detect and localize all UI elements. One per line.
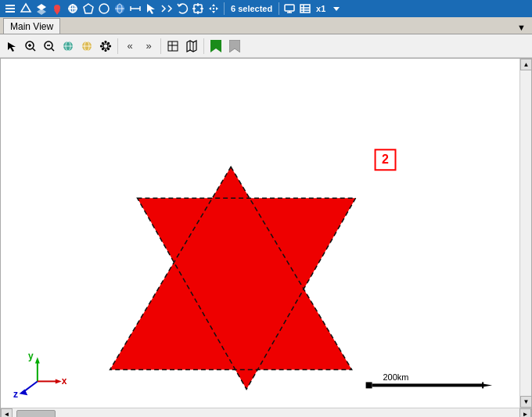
globe-icon[interactable] [113,2,127,16]
separator3 [203,38,204,54]
x-arrowhead [56,379,62,383]
forward-btn[interactable]: » [140,38,157,55]
svg-point-58 [102,42,103,44]
badge-number: 2 [382,153,389,166]
z-label: z [13,389,18,400]
stack-icon[interactable] [34,2,49,16]
y-label: y [28,350,34,361]
horizontal-scrollbar[interactable]: ◄ ► [1,408,531,417]
svg-point-13 [99,4,109,13]
dropdown-icon[interactable] [329,2,343,16]
zoom-full-btn[interactable] [78,38,95,55]
grid-btn[interactable] [164,38,182,55]
separator [224,2,225,15]
svg-marker-3 [21,4,31,12]
svg-point-55 [105,49,106,51]
scroll-right-btn[interactable]: ► [519,408,531,418]
x-label: x [62,376,67,386]
svg-marker-26 [212,4,215,6]
svg-marker-27 [212,11,215,13]
svg-marker-39 [8,42,16,52]
map-marker-icon[interactable] [50,2,64,16]
draw-polygon-icon[interactable] [81,2,95,16]
zoom-in-btn[interactable] [22,38,39,55]
svg-point-60 [102,48,103,49]
x1-icon[interactable]: x1 [314,2,328,16]
main-view-tab[interactable]: Main View [3,18,60,34]
scale-tick-left [366,382,372,388]
svg-marker-28 [209,7,211,10]
zoom-globe-btn[interactable] [59,38,77,55]
svg-rect-31 [285,5,294,11]
pin-btn[interactable] [226,38,243,55]
svg-rect-62 [168,41,178,51]
second-toolbar: « » [0,34,532,58]
svg-marker-65 [187,41,196,52]
svg-point-54 [105,41,106,42]
arrow-tool-btn[interactable] [3,38,20,55]
svg-point-53 [103,44,108,49]
svg-line-41 [33,49,35,51]
svg-marker-29 [216,7,218,10]
scroll-track-h [13,408,519,417]
svg-marker-7 [54,10,60,15]
layers-icon[interactable] [3,2,17,16]
separator2 [160,38,161,54]
y-arrowhead [35,358,40,364]
split-icon[interactable] [160,2,174,16]
tab-label: Main View [10,21,53,32]
scroll-up-btn[interactable]: ▲ [520,59,532,70]
svg-point-57 [110,45,111,47]
svg-point-59 [108,48,110,49]
tab-collapse-btn[interactable]: ▼ [514,21,529,34]
scroll-left-btn[interactable]: ◄ [1,408,13,418]
snap-icon[interactable] [191,2,205,16]
svg-point-56 [101,45,102,47]
svg-marker-5 [37,9,46,15]
map-tool-btn[interactable] [183,38,200,55]
svg-marker-38 [333,7,340,11]
scale-arrow [483,383,492,386]
bookmark-btn[interactable] [207,38,225,55]
move-icon[interactable] [207,2,221,16]
vertical-scrollbar[interactable]: ▲ ▼ [519,59,531,408]
svg-marker-20 [147,4,155,14]
table-icon[interactable] [298,2,312,16]
network-icon[interactable] [66,2,80,16]
scroll-track-v [520,70,531,396]
svg-rect-30 [213,8,214,9]
svg-rect-1 [5,8,15,9]
svg-line-45 [52,49,54,51]
scroll-down-btn[interactable]: ▼ [520,396,532,408]
scroll-thumb-h[interactable] [16,410,56,417]
scale-label: 200km [383,372,409,382]
separator2 [279,2,279,15]
svg-point-61 [108,42,110,44]
svg-rect-34 [300,5,310,13]
cursor-select-icon[interactable] [144,2,158,16]
select-feature-icon[interactable] [19,2,33,16]
svg-marker-68 [210,40,221,52]
separator [117,38,118,54]
canvas-area: 2 y x z 200km ▲ ▼ ◄ ► [0,58,532,417]
back-btn[interactable]: « [121,38,138,55]
svg-marker-12 [84,4,93,13]
main-canvas[interactable]: 2 y x z 200km [1,59,519,408]
tab-bar: Main View ▼ [0,17,532,34]
circle-tool-icon[interactable] [97,2,111,16]
svg-point-6 [54,5,60,11]
display-icon[interactable] [282,2,297,16]
measure-icon[interactable] [128,2,142,16]
svg-rect-2 [5,11,15,13]
scale-bar-line [372,383,483,386]
top-toolbar: 6 selected x1 [0,0,532,17]
rotate-icon[interactable] [175,2,189,16]
settings-btn[interactable] [97,38,114,55]
selected-count: 6 selected [231,4,272,13]
svg-marker-69 [229,40,240,52]
zoom-out-btn[interactable] [41,38,58,55]
svg-rect-0 [5,5,15,6]
